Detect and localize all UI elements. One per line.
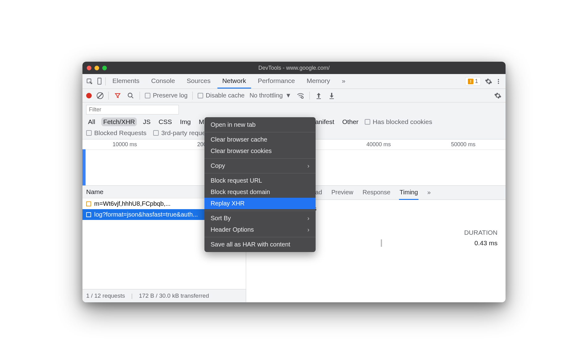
filter-js[interactable]: JS	[141, 118, 153, 126]
panel-tabs: Elements Console Sources Network Perform…	[82, 74, 506, 89]
transferred-size: 172 B / 30.0 kB transferred	[139, 292, 209, 299]
menu-replay-xhr[interactable]: Replay XHR	[204, 198, 316, 209]
tick: 50000 ms	[421, 141, 506, 148]
filter-css[interactable]: CSS	[157, 118, 174, 126]
request-count: 1 / 12 requests	[86, 292, 125, 299]
menu-block-url[interactable]: Block request URL	[204, 175, 316, 186]
xhr-icon	[86, 212, 91, 217]
tab-console[interactable]: Console	[146, 74, 180, 89]
menu-block-domain[interactable]: Block request domain	[204, 186, 316, 198]
record-button[interactable]	[86, 93, 92, 98]
chevron-down-icon: ▼	[285, 92, 292, 99]
menu-clear-cache[interactable]: Clear browser cache	[204, 134, 316, 145]
chevron-right-icon: ›	[307, 215, 309, 222]
titlebar: DevTools - www.google.com/	[82, 62, 506, 74]
menu-copy[interactable]: Copy›	[204, 160, 316, 172]
tab-elements[interactable]: Elements	[107, 74, 145, 89]
inspect-icon[interactable]	[86, 77, 94, 85]
menu-clear-cookies[interactable]: Clear browser cookies	[204, 145, 316, 157]
download-icon[interactable]	[328, 92, 336, 100]
funnel-icon[interactable]	[114, 92, 122, 100]
svg-point-2	[498, 79, 499, 80]
tab-performance[interactable]: Performance	[253, 74, 300, 89]
filter-xhr[interactable]: Fetch/XHR	[101, 118, 137, 126]
timing-bar	[381, 239, 382, 247]
menu-sort-by[interactable]: Sort By›	[204, 213, 316, 224]
chevron-right-icon: ›	[307, 226, 309, 233]
filter-other[interactable]: Other	[340, 118, 360, 126]
devtools-window: DevTools - www.google.com/ Elements Cons…	[82, 62, 506, 302]
issues-badge[interactable]: ! 1	[465, 77, 481, 85]
filter-input[interactable]	[86, 105, 179, 114]
queueing-value: 0.43 ms	[474, 239, 498, 247]
request-name: log?format=json&hasfast=true&auth...	[94, 211, 198, 218]
xhr-icon	[86, 201, 91, 206]
tab-timing[interactable]: Timing	[399, 186, 418, 200]
throttling-select[interactable]: No throttling ▼	[250, 92, 292, 99]
tab-more[interactable]: »	[337, 74, 351, 89]
tick: 10000 ms	[82, 141, 167, 148]
svg-point-6	[301, 97, 303, 98]
wifi-icon[interactable]	[296, 92, 304, 100]
tab-network[interactable]: Network	[217, 74, 251, 89]
divider	[105, 77, 106, 85]
gear-icon[interactable]	[485, 77, 493, 85]
disable-cache-checkbox[interactable]: Disable cache	[198, 92, 245, 99]
preserve-log-checkbox[interactable]: Preserve log	[145, 92, 187, 99]
tick: 40000 ms	[336, 141, 421, 148]
tab-response[interactable]: Response	[362, 186, 391, 200]
tab-sources[interactable]: Sources	[182, 74, 216, 89]
upload-icon[interactable]	[315, 92, 323, 100]
svg-point-3	[498, 81, 499, 82]
svg-rect-1	[98, 78, 101, 84]
tab-more[interactable]: »	[426, 186, 431, 200]
chevron-right-icon: ›	[307, 162, 309, 169]
tab-memory[interactable]: Memory	[302, 74, 335, 89]
clear-button[interactable]	[97, 92, 103, 99]
menu-open-new-tab[interactable]: Open in new tab	[204, 119, 316, 130]
context-menu: Open in new tab Clear browser cache Clea…	[204, 117, 316, 252]
gear-icon[interactable]	[494, 92, 502, 100]
filter-all[interactable]: All	[86, 118, 97, 126]
device-icon[interactable]	[95, 77, 103, 85]
blocked-requests-checkbox[interactable]: Blocked Requests	[86, 129, 146, 137]
search-icon[interactable]	[127, 92, 135, 100]
status-bar: 1 / 12 requests | 172 B / 30.0 kB transf…	[82, 289, 246, 302]
svg-point-5	[128, 93, 132, 97]
network-toolbar: Preserve log Disable cache No throttling…	[82, 89, 506, 102]
filter-img[interactable]: Img	[178, 118, 193, 126]
tab-preview[interactable]: Preview	[331, 186, 354, 200]
warning-icon: !	[468, 79, 473, 84]
svg-point-4	[498, 83, 499, 84]
window-title: DevTools - www.google.com/	[82, 65, 506, 71]
has-blocked-cookies-checkbox[interactable]: Has blocked cookies	[365, 118, 432, 126]
menu-header-options[interactable]: Header Options›	[204, 224, 316, 235]
request-name: m=Wt6vjf,hhhU8,FCpbqb,...	[94, 200, 170, 207]
timeline-marker	[82, 149, 86, 185]
menu-save-har[interactable]: Save all as HAR with content	[204, 239, 316, 250]
kebab-icon[interactable]	[494, 77, 502, 85]
issues-count: 1	[475, 78, 478, 85]
duration-label: DURATION	[464, 229, 498, 236]
